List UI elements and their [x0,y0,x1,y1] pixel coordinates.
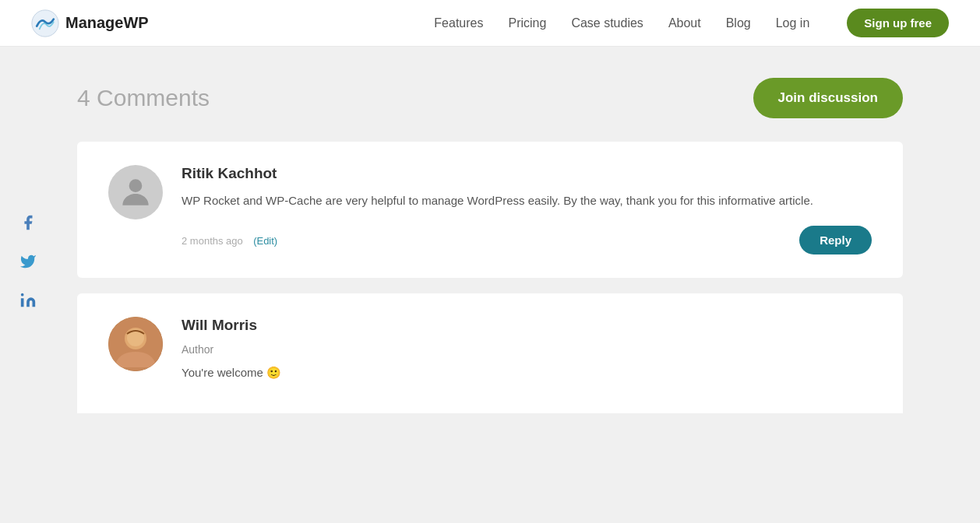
social-sidebar [16,210,41,313]
comments-header: 4 Comments Join discussion [77,78,903,118]
comment-meta: 2 months ago (Edit) Reply [182,226,872,254]
facebook-icon[interactable] [16,210,41,235]
comment-card-will: Will Morris Author You're welcome 🙂 [77,293,903,413]
logo[interactable]: ManageWP [31,9,149,37]
logo-text: ManageWP [65,14,149,32]
nav-features[interactable]: Features [434,16,483,30]
avatar [108,165,163,219]
nav-case-studies[interactable]: Case studies [571,16,643,30]
comment-footer-left: 2 months ago (Edit) [182,233,277,247]
commenter-name: Ritik Kachhot [182,165,872,182]
linkedin-icon[interactable] [16,288,41,313]
nav-blog[interactable]: Blog [726,16,751,30]
comments-title: 4 Comments [77,85,210,111]
navbar: ManageWP Features Pricing Case studies A… [0,0,980,47]
nav-links: Features Pricing Case studies About Blog… [434,9,949,37]
comment-edit-link[interactable]: (Edit) [253,235,277,247]
comment-text-will: You're welcome 🙂 [182,363,872,382]
comments-count: 4 [77,85,90,111]
svg-point-2 [129,179,143,192]
comment-text: WP Rocket and WP-Cache are very helpful … [182,191,872,210]
signup-button[interactable]: Sign up free [847,9,949,37]
nav-pricing[interactable]: Pricing [508,16,546,30]
avatar-will [108,317,163,371]
comment-time: 2 months ago [182,235,243,247]
comment-card: Ritik Kachhot WP Rocket and WP-Cache are… [77,142,903,278]
login-button[interactable]: Log in [776,16,810,30]
reply-button[interactable]: Reply [799,226,872,254]
commenter-role: Author [182,343,872,356]
page-content: 4 Comments Join discussion Ritik Kachhot… [62,47,918,444]
comment-body: Ritik Kachhot WP Rocket and WP-Cache are… [182,165,872,254]
join-discussion-button[interactable]: Join discussion [753,78,903,118]
nav-about[interactable]: About [668,16,701,30]
twitter-icon[interactable] [16,249,41,274]
svg-point-1 [21,293,24,297]
commenter-name-will: Will Morris [182,317,872,334]
comment-body-will: Will Morris Author You're welcome 🙂 [182,317,872,398]
